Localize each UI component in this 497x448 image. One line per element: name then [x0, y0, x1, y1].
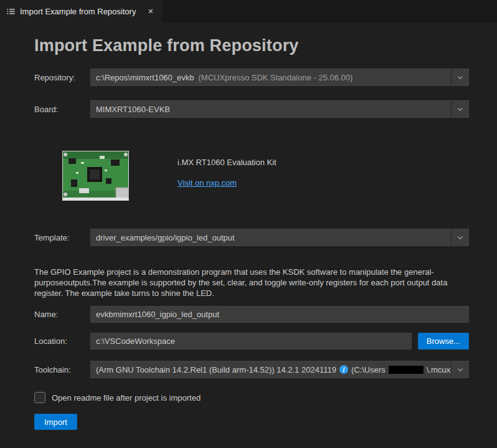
nxp-link[interactable]: Visit on nxp.com: [178, 178, 237, 188]
browse-button[interactable]: Browse...: [418, 333, 469, 350]
tab-bar: Import Example from Repository ✕: [0, 0, 497, 22]
toolchain-row: Toolchain: (Arm GNU Toolchain 14.2.Rel1 …: [34, 361, 469, 378]
repository-row: Repository: c:\Repos\mimxrt1060_evkb (MC…: [34, 69, 469, 86]
name-input[interactable]: [90, 306, 469, 323]
toolchain-path-prefix: (C:\Users: [351, 365, 386, 374]
location-control: Browse...: [90, 333, 469, 350]
toolchain-label: Toolchain:: [34, 365, 90, 374]
toolchain-select[interactable]: (Arm GNU Toolchain 14.2.Rel1 (Build arm-…: [90, 361, 469, 378]
location-label: Location:: [34, 336, 90, 346]
location-input[interactable]: [90, 333, 412, 350]
name-label: Name:: [34, 310, 90, 319]
repository-detail: (MCUXpresso SDK Standalone - 25.06.00): [199, 73, 353, 82]
close-icon[interactable]: ✕: [144, 6, 156, 17]
template-select[interactable]: driver_examples/gpio/igpio_led_output: [90, 229, 469, 246]
name-control: [90, 306, 469, 323]
board-photo: [62, 151, 129, 201]
toolchain-selected-value: (Arm GNU Toolchain 14.2.Rel1 (Build arm-…: [91, 365, 451, 374]
template-label: Template:: [34, 233, 90, 242]
board-text-column: i.MX RT1060 Evaluation Kit Visit on nxp.…: [178, 151, 277, 188]
template-selected-value: driver_examples/gpio/igpio_led_output: [91, 233, 451, 242]
board-label: Board:: [34, 105, 90, 114]
template-description: The GPIO Example project is a demonstrat…: [34, 267, 469, 298]
board-name: MIMXRT1060-EVKB: [96, 105, 170, 114]
chevron-down-icon: [452, 366, 468, 373]
readme-checkbox[interactable]: [34, 392, 45, 403]
import-button[interactable]: Import: [34, 414, 77, 430]
template-path: driver_examples/gpio/igpio_led_output: [96, 233, 235, 242]
repository-path: c:\Repos\mimxrt1060_evkb: [96, 73, 194, 82]
board-selected-value: MIMXRT1060-EVKB: [91, 105, 451, 114]
tab-import-example[interactable]: Import Example from Repository ✕: [0, 0, 162, 22]
chevron-down-icon: [452, 74, 468, 81]
readme-checkbox-row: Open readme file after project is import…: [34, 392, 469, 403]
repository-label: Repository:: [34, 73, 90, 82]
redacted-username: [389, 366, 424, 374]
list-icon: [6, 7, 16, 16]
readme-checkbox-label: Open readme file after project is import…: [52, 393, 201, 403]
page-title: Import Example from Repository: [34, 36, 469, 55]
import-example-form: Import Example from Repository Repositor…: [0, 22, 497, 430]
board-row: Board: MIMXRT1060-EVKB: [34, 100, 469, 118]
repository-selected-value: c:\Repos\mimxrt1060_evkb (MCUXpresso SDK…: [91, 73, 451, 82]
tab-label: Import Example from Repository: [20, 7, 136, 16]
repository-select[interactable]: c:\Repos\mimxrt1060_evkb (MCUXpresso SDK…: [90, 69, 469, 86]
board-select[interactable]: MIMXRT1060-EVKB: [90, 100, 469, 118]
board-info-section: i.MX RT1060 Evaluation Kit Visit on nxp.…: [62, 151, 469, 201]
location-row: Location: Browse...: [34, 333, 469, 350]
chevron-down-icon: [452, 105, 468, 113]
kit-name: i.MX RT1060 Evaluation Kit: [178, 158, 277, 167]
name-row: Name:: [34, 306, 469, 323]
toolchain-version: (Arm GNU Toolchain 14.2.Rel1 (Build arm-…: [96, 365, 336, 374]
chevron-down-icon: [452, 234, 468, 241]
tab-bar-empty: [162, 0, 497, 22]
toolchain-path-suffix: \.mcuxp: [427, 365, 451, 374]
toolchain-info-icon: i: [339, 365, 348, 374]
template-row: Template: driver_examples/gpio/igpio_led…: [34, 229, 469, 246]
